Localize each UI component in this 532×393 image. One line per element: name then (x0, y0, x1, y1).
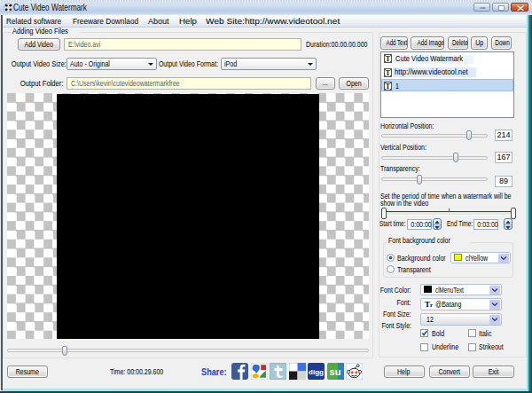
svg-text:T: T (386, 55, 391, 62)
svg-text:T: T (386, 83, 391, 90)
svg-text:su: su (329, 366, 340, 377)
svg-text:T: T (386, 69, 391, 76)
svg-text:digg: digg (309, 368, 324, 376)
